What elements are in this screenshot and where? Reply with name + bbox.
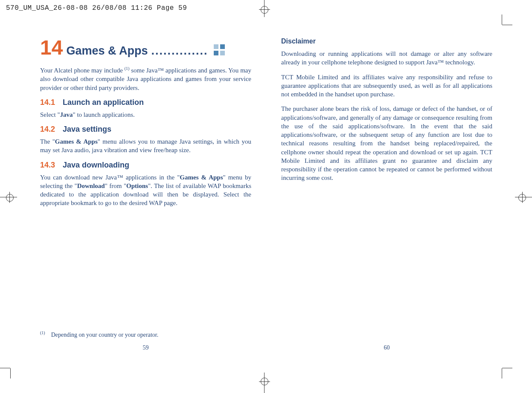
corner-tick [502,14,502,25]
intro-paragraph: Your Alcatel phone may include (1) some … [40,66,251,92]
footnote-marker: (1) [40,330,45,335]
corner-tick [10,368,11,379]
chapter-number: 14 [40,38,63,58]
menu-name: Options [126,182,148,189]
leader-dots: .............. [151,44,208,58]
corner-tick [502,25,512,25]
section-heading-14-2: 14.2 Java settings [40,125,251,134]
grid-apps-icon [214,44,226,56]
disclaimer-p2: TCT Mobile Limited and its affiliates wa… [281,73,492,99]
corner-tick [0,368,10,368]
page-right: Disclaimer Downloading or running applic… [281,38,492,353]
page-number-left: 59 [40,344,251,351]
text: " from " [105,182,126,189]
section-number: 14.2 [40,125,55,133]
disclaimer-p1: Downloading or running applications will… [281,49,492,67]
text: The " [40,138,55,145]
section-heading-14-3: 14.3 Java downloading [40,161,251,170]
menu-name: Download [77,182,105,189]
crop-target-left [6,194,14,202]
section-title: Java downloading [63,161,129,169]
section-title: Launch an application [63,98,144,107]
text: You can download new Java™ applications … [40,174,180,181]
section-14-2-body: The "Games & Apps" menu allows you to ma… [40,137,251,155]
crop-target-top [261,6,268,14]
corner-tick [502,368,502,379]
prepress-header: 570_UM_USA_26-08-08 26/08/08 11:26 Page … [6,4,187,12]
text: " to launch applications. [73,111,135,118]
menu-name: Games & Apps [55,138,98,145]
menu-name: Games & Apps [180,174,223,181]
page-spread: 14 Games & Apps .............. Your Alca… [40,38,492,353]
menu-name: Java [60,111,73,118]
crop-target-right [518,194,526,202]
section-14-3-body: You can download new Java™ applications … [40,173,251,208]
chapter-title: Games & Apps [66,44,148,58]
footnote-text: Depending on your country or your operat… [51,332,159,338]
text: Select " [40,111,60,118]
footnote: (1)Depending on your country or your ope… [40,330,158,338]
section-heading-14-1: 14.1 Launch an application [40,98,251,107]
corner-tick [502,368,512,368]
disclaimer-p3: The purchaser alone bears the risk of lo… [281,104,492,182]
crop-target-bottom [261,378,268,385]
page-number-right: 60 [281,344,492,351]
text: Your Alcatel phone may include [40,67,125,74]
chapter-heading: 14 Games & Apps .............. [40,38,251,58]
footnote-ref: (1) [125,66,130,71]
section-title: Java settings [63,125,111,133]
section-number: 14.3 [40,161,55,169]
page-left: 14 Games & Apps .............. Your Alca… [40,38,251,353]
disclaimer-heading: Disclaimer [281,38,492,45]
section-14-1-body: Select "Java" to launch applications. [40,110,251,119]
section-number: 14.1 [40,98,55,107]
